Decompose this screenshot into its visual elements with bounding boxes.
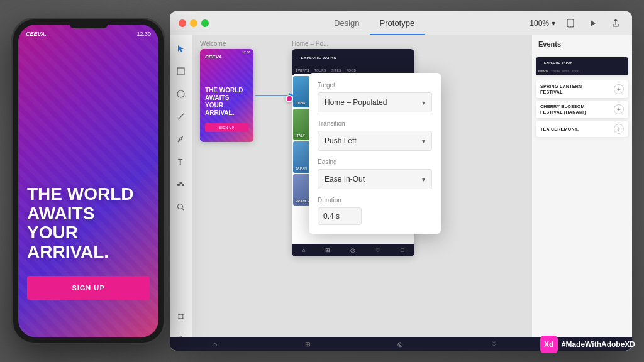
bottom-nav-heart-icon[interactable]: ♡ bbox=[375, 247, 380, 253]
phone-notch bbox=[70, 25, 108, 28]
text-tool[interactable]: T bbox=[174, 155, 188, 168]
bottom-nav-profile-icon[interactable]: □ bbox=[401, 247, 404, 253]
event-card-spring-add[interactable]: + bbox=[614, 84, 624, 94]
connection-dot-1 bbox=[286, 95, 293, 102]
preview-back-icon: ← bbox=[539, 61, 542, 65]
event-card-cherry-row: CHERRY BLOSSOM FESTIVAL (HANAMI) + bbox=[540, 104, 624, 115]
welcome-screen-headline: THE WORLD AWAITS YOUR ARRIVAL. bbox=[205, 87, 248, 117]
popup-easing-value: Ease In-Out bbox=[325, 175, 365, 184]
right-panel: Events ← EXPLORE JAPAN EVENTS TOURS SITE… bbox=[531, 35, 632, 351]
pen-tool[interactable] bbox=[174, 132, 188, 146]
event-card-tea-add[interactable]: + bbox=[614, 124, 624, 134]
minimize-button[interactable] bbox=[190, 19, 197, 27]
popup-duration-row: 0.4 s bbox=[318, 207, 432, 225]
home-header: ← EXPLORE JAPAN bbox=[292, 49, 414, 67]
content-area: T Welcome Home – Po... bbox=[170, 35, 632, 351]
popup-easing-dropdown[interactable]: Ease In-Out ▾ bbox=[318, 169, 432, 189]
bottom-nav-grid-icon[interactable]: ⊞ bbox=[325, 247, 330, 253]
zoom-value: 100% bbox=[530, 19, 549, 28]
right-panel-preview: ← EXPLORE JAPAN EVENTS TOURS SITES FOOD … bbox=[532, 53, 632, 351]
popup-easing-label: Easing bbox=[318, 158, 432, 165]
popup-transition-value: Push Left bbox=[325, 136, 357, 145]
event-card-tea-row: TEA CEREMONY, + bbox=[540, 124, 624, 134]
popup-target-dropdown[interactable]: Home – Populated ▾ bbox=[318, 92, 432, 112]
svg-rect-1 bbox=[570, 26, 571, 26]
zoom-select[interactable]: 100% ▾ bbox=[530, 19, 555, 28]
event-card-spring-row: SPRING LANTERN FESTIVAL + bbox=[540, 84, 624, 95]
svg-marker-2 bbox=[591, 20, 596, 26]
title-bar: Design Prototype 100% ▾ bbox=[170, 11, 632, 35]
phone-mockup: CEEVA. 12:30 THE WORLD AWAITS YOUR ARRIV… bbox=[11, 18, 165, 344]
maximize-button[interactable] bbox=[201, 19, 209, 27]
home-card-italy-label: ITALY bbox=[296, 134, 305, 138]
close-button[interactable] bbox=[179, 19, 186, 27]
bottom-nav-search-icon[interactable]: ◎ bbox=[350, 247, 355, 253]
preview-nav-sites: SITES bbox=[562, 70, 570, 74]
popup-easing-arrow-icon: ▾ bbox=[422, 176, 425, 183]
svg-line-12 bbox=[182, 208, 184, 210]
home-card-cuba-label: CUBA bbox=[296, 101, 306, 105]
home-bottom-nav: ⌂ ⊞ ◎ ♡ □ bbox=[292, 244, 414, 256]
event-card-cherry-title: CHERRY BLOSSOM FESTIVAL (HANAMI) bbox=[540, 104, 586, 115]
title-bar-right: 100% ▾ bbox=[530, 16, 623, 31]
right-panel-preview-screen: ← EXPLORE JAPAN EVENTS TOURS SITES FOOD bbox=[536, 57, 628, 75]
canvas-area[interactable]: Welcome Home – Po... CEEVA. 12:30 THE WO… bbox=[192, 35, 531, 351]
nav-tab-events[interactable]: EVENTS bbox=[294, 67, 311, 75]
ellipse-tool[interactable] bbox=[174, 87, 188, 101]
xd-hashtag: #MadeWithAdobeXD bbox=[562, 340, 635, 349]
svg-marker-3 bbox=[178, 45, 184, 52]
svg-text:T: T bbox=[178, 158, 183, 166]
popup-transition-label: Transition bbox=[318, 120, 432, 127]
phone-status-bar: CEEVA. 12:30 bbox=[18, 28, 158, 40]
popup-target-value: Home – Populated bbox=[325, 98, 387, 107]
preview-nav-tours: TOURS bbox=[551, 70, 560, 74]
rp-bottom-grid-icon[interactable]: ⊞ bbox=[305, 341, 310, 348]
bottom-nav-home-icon[interactable]: ⌂ bbox=[302, 247, 305, 253]
line-tool[interactable] bbox=[174, 109, 188, 123]
tab-group: Design Prototype bbox=[219, 11, 530, 35]
event-card-tea[interactable]: TEA CEREMONY, + bbox=[536, 121, 628, 137]
artboard-label-home: Home – Po... bbox=[292, 40, 328, 47]
zoom-tool[interactable] bbox=[174, 200, 188, 214]
grid-tool[interactable] bbox=[174, 309, 188, 323]
event-card-spring[interactable]: SPRING LANTERN FESTIVAL + bbox=[536, 80, 628, 98]
popup-transition-dropdown[interactable]: Push Left ▾ bbox=[318, 131, 432, 151]
popup-target-arrow-icon: ▾ bbox=[422, 99, 425, 106]
welcome-screen-cta[interactable]: SIGN UP bbox=[205, 123, 248, 132]
welcome-screen-time: 12:30 bbox=[242, 50, 250, 54]
device-preview-icon[interactable] bbox=[563, 16, 578, 31]
rp-bottom-home-icon[interactable]: ⌂ bbox=[214, 341, 218, 348]
phone-cta-button[interactable]: SIGN UP bbox=[27, 276, 150, 300]
preview-nav-events: EVENTS bbox=[538, 70, 548, 74]
svg-rect-8 bbox=[177, 184, 180, 186]
cursor-tool[interactable] bbox=[174, 41, 188, 55]
rectangle-tool[interactable] bbox=[174, 64, 188, 78]
event-card-spring-title: SPRING LANTERN FESTIVAL bbox=[540, 84, 582, 95]
play-icon[interactable] bbox=[586, 16, 601, 31]
tab-design[interactable]: Design bbox=[324, 11, 369, 35]
welcome-screen-logo: CEEVA. bbox=[205, 54, 223, 60]
event-card-cherry[interactable]: CHERRY BLOSSOM FESTIVAL (HANAMI) + bbox=[536, 101, 628, 118]
popup-duration-input[interactable]: 0.4 s bbox=[318, 207, 362, 225]
tab-prototype[interactable]: Prototype bbox=[370, 11, 425, 35]
preview-nav-tabs: EVENTS TOURS SITES FOOD bbox=[536, 69, 628, 75]
right-panel-header: Events bbox=[532, 35, 632, 53]
phone-time: 12:30 bbox=[136, 31, 151, 37]
component-tool[interactable] bbox=[174, 177, 188, 191]
rp-bottom-heart-icon[interactable]: ♡ bbox=[491, 341, 497, 348]
preview-nav-food: FOOD bbox=[572, 70, 580, 74]
event-card-cherry-add[interactable]: + bbox=[614, 104, 624, 114]
xd-badge: Xd #MadeWithAdobeXD bbox=[540, 336, 635, 353]
welcome-screen-inner: CEEVA. 12:30 THE WORLD AWAITS YOUR ARRIV… bbox=[200, 49, 253, 142]
phone-logo-status: CEEVA. bbox=[26, 31, 47, 37]
app-window: Design Prototype 100% ▾ bbox=[170, 11, 632, 351]
rp-bottom-search-icon[interactable]: ◎ bbox=[397, 341, 403, 348]
zoom-arrow-icon: ▾ bbox=[552, 19, 555, 28]
popup-duration-value: 0.4 s bbox=[323, 212, 340, 221]
artboard-label-welcome: Welcome bbox=[200, 40, 226, 47]
share-icon[interactable] bbox=[608, 16, 623, 31]
left-toolbar: T bbox=[170, 35, 192, 351]
welcome-screen[interactable]: CEEVA. 12:30 THE WORLD AWAITS YOUR ARRIV… bbox=[200, 49, 253, 142]
svg-point-11 bbox=[178, 204, 183, 209]
svg-rect-0 bbox=[567, 19, 574, 27]
